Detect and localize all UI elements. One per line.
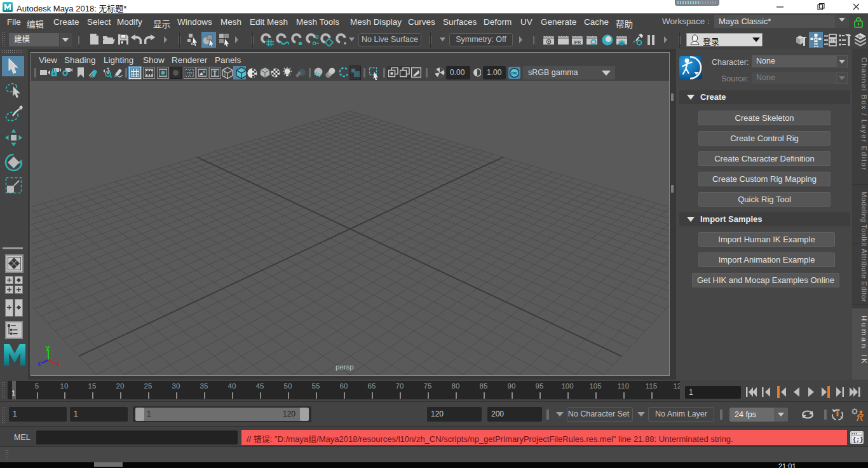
svg-text:IPR: IPR <box>574 40 581 45</box>
svg-text:x: x <box>57 360 61 367</box>
svg-text:{;}: {;} <box>853 437 863 443</box>
svg-text:z: z <box>37 359 41 367</box>
svg-text:T: T <box>213 70 217 77</box>
svg-text:ON: ON <box>512 71 517 75</box>
svg-text:y: y <box>46 345 50 351</box>
